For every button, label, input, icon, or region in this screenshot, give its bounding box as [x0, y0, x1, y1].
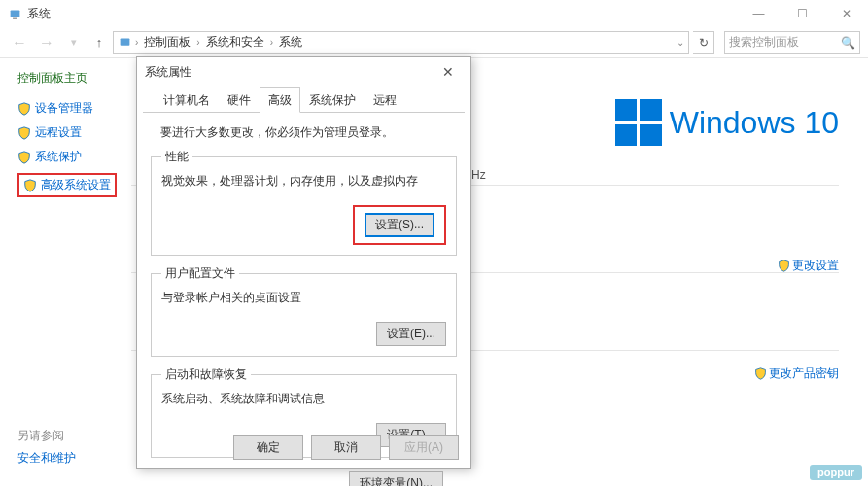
tab-remote[interactable]: 远程 [365, 87, 405, 113]
refresh-button[interactable]: ↻ [693, 31, 714, 54]
user-profiles-desc: 与登录帐户相关的桌面设置 [161, 290, 446, 306]
close-button[interactable]: ✕ [824, 0, 868, 27]
system-properties-dialog: 系统属性 ✕ 计算机名 硬件 高级 系统保护 远程 要进行大多数更改，你必须作为… [136, 56, 471, 469]
forward-button[interactable]: → [35, 34, 58, 52]
search-input[interactable]: 搜索控制面板 🔍 [724, 31, 860, 54]
environment-variables-button[interactable]: 环境变量(N)... [349, 471, 443, 486]
shield-icon [778, 260, 790, 272]
window-title: 系统 [27, 6, 51, 22]
chevron-right-icon: › [268, 37, 275, 48]
sidebar-item-advanced-settings[interactable]: 高级系统设置 [23, 177, 111, 193]
breadcrumb[interactable]: › 控制面板 › 系统和安全 › 系统 ⌄ [113, 31, 689, 54]
hz-text: Hz [471, 168, 486, 182]
history-dropdown[interactable]: ▾ [62, 36, 86, 49]
windows10-text: Windows 10 [670, 105, 839, 141]
system-icon [8, 7, 21, 20]
performance-group: 性能 视觉效果，处理器计划，内存使用，以及虚拟内存 设置(S)... [151, 149, 457, 256]
change-product-key-link[interactable]: 更改产品密钥 [754, 365, 839, 382]
sidebar-item-system-protection[interactable]: 系统保护 [17, 149, 122, 165]
see-also-link[interactable]: 安全和维护 [17, 450, 76, 467]
chevron-right-icon: › [133, 37, 140, 48]
watermark: poppur [810, 465, 862, 480]
up-button[interactable]: ↑ [89, 35, 109, 50]
dialog-footer: 确定 取消 应用(A) [233, 435, 459, 460]
sidebar-item-label: 远程设置 [35, 124, 82, 141]
apply-button[interactable]: 应用(A) [389, 435, 459, 460]
sidebar-item-device-manager[interactable]: 设备管理器 [17, 100, 122, 117]
admin-note: 要进行大多数更改，你必须作为管理员登录。 [151, 122, 457, 149]
chevron-right-icon: › [194, 37, 201, 48]
dialog-title: 系统属性 [145, 64, 191, 81]
tab-computer-name[interactable]: 计算机名 [155, 87, 219, 113]
minimize-button[interactable]: — [737, 0, 781, 27]
startup-recovery-desc: 系统启动、系统故障和调试信息 [161, 391, 446, 407]
sidebar-item-advanced-highlight: 高级系统设置 [17, 173, 117, 197]
maximize-button[interactable]: ☐ [781, 0, 824, 27]
dialog-tabs: 计算机名 硬件 高级 系统保护 远程 [143, 87, 465, 113]
dialog-close-button[interactable]: ✕ [434, 64, 463, 80]
sidebar-item-remote-settings[interactable]: 远程设置 [17, 124, 122, 141]
system-icon [118, 36, 131, 50]
see-also: 另请参阅 安全和维护 [17, 428, 76, 467]
window-titlebar: 系统 — ☐ ✕ [0, 0, 868, 27]
crumb-system-security[interactable]: 系统和安全 [204, 34, 266, 51]
shield-icon [17, 126, 31, 140]
see-also-header: 另请参阅 [17, 428, 76, 444]
shield-icon [754, 367, 767, 380]
user-profiles-legend: 用户配置文件 [161, 265, 239, 282]
ok-button[interactable]: 确定 [233, 435, 303, 460]
dialog-titlebar: 系统属性 ✕ [137, 57, 470, 87]
windows-logo-icon [615, 99, 662, 146]
sidebar-item-label: 设备管理器 [35, 100, 93, 117]
performance-desc: 视觉效果，处理器计划，内存使用，以及虚拟内存 [161, 173, 446, 190]
shield-icon [17, 102, 31, 116]
performance-settings-button[interactable]: 设置(S)... [365, 213, 434, 237]
crumb-system[interactable]: 系统 [277, 34, 304, 51]
shield-icon [23, 179, 37, 192]
back-button[interactable]: ← [8, 34, 31, 52]
startup-recovery-legend: 启动和故障恢复 [161, 366, 251, 383]
sidebar: 控制面板主页 设备管理器 远程设置 系统保护 高级系统设置 [0, 58, 131, 486]
dropdown-icon[interactable]: ⌄ [677, 37, 684, 48]
performance-settings-highlight: 设置(S)... [353, 205, 446, 245]
change-settings-link[interactable]: 更改设置 [778, 258, 839, 274]
tab-system-protection[interactable]: 系统保护 [300, 87, 365, 113]
performance-legend: 性能 [161, 149, 192, 165]
tab-hardware[interactable]: 硬件 [219, 87, 260, 113]
sidebar-item-label: 高级系统设置 [41, 177, 111, 193]
user-profiles-group: 用户配置文件 与登录帐户相关的桌面设置 设置(E)... [151, 265, 457, 357]
address-bar: ← → ▾ ↑ › 控制面板 › 系统和安全 › 系统 ⌄ ↻ 搜索控制面板 🔍 [0, 27, 868, 58]
user-profiles-settings-button[interactable]: 设置(E)... [376, 322, 446, 346]
svg-rect-1 [13, 17, 17, 18]
shield-icon [17, 151, 31, 164]
svg-rect-0 [10, 10, 19, 17]
windows10-branding: Windows 10 [615, 99, 839, 146]
cancel-button[interactable]: 取消 [311, 435, 381, 460]
tab-advanced[interactable]: 高级 [260, 87, 300, 113]
search-icon: 🔍 [841, 36, 855, 50]
sidebar-header[interactable]: 控制面板主页 [17, 70, 122, 87]
sidebar-item-label: 系统保护 [35, 149, 82, 165]
crumb-control-panel[interactable]: 控制面板 [142, 34, 192, 51]
svg-rect-2 [120, 38, 129, 45]
search-placeholder: 搜索控制面板 [729, 34, 799, 51]
